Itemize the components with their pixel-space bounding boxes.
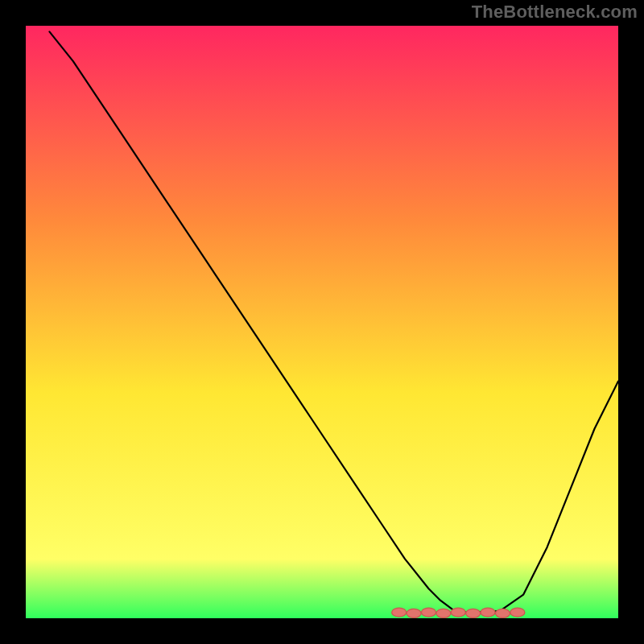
minimum-marker xyxy=(510,608,525,617)
minimum-marker xyxy=(392,608,407,617)
minimum-marker-group xyxy=(392,608,525,617)
minimum-marker xyxy=(495,609,510,617)
minimum-marker xyxy=(481,608,495,617)
gradient-background xyxy=(26,26,618,618)
minimum-marker xyxy=(407,609,421,617)
plot-area xyxy=(26,26,618,618)
minimum-marker xyxy=(466,609,481,617)
chart-svg xyxy=(26,26,618,618)
minimum-marker xyxy=(451,608,465,617)
watermark-text: TheBottleneck.com xyxy=(472,2,638,23)
chart-frame: TheBottleneck.com xyxy=(0,0,644,644)
minimum-marker xyxy=(421,608,436,617)
minimum-marker xyxy=(436,609,451,617)
